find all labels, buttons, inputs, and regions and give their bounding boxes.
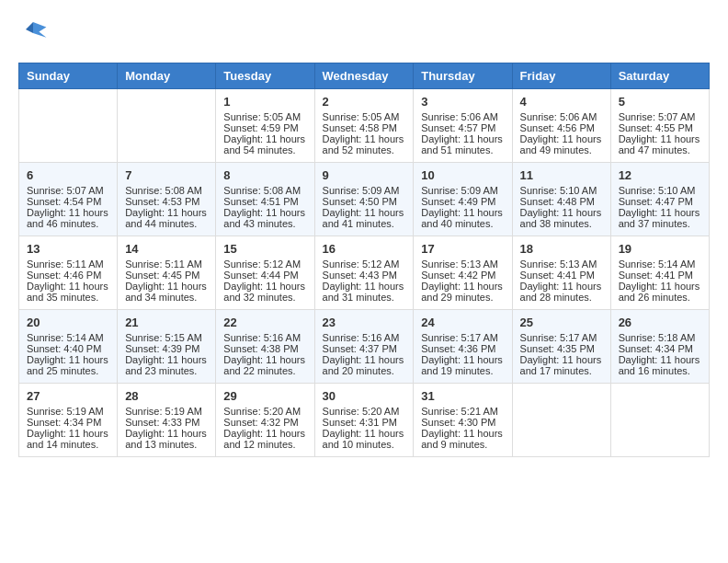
day-number: 25 bbox=[520, 316, 603, 329]
day-number: 26 bbox=[619, 316, 701, 329]
calendar-cell: 19 Sunrise: 5:14 AM Sunset: 4:41 PM Dayl… bbox=[610, 236, 709, 310]
sunrise-text: Sunrise: 5:10 AM bbox=[619, 185, 696, 196]
sunrise-text: Sunrise: 5:20 AM bbox=[223, 406, 301, 417]
col-sunday: Sunday bbox=[19, 63, 118, 89]
sunrise-text: Sunrise: 5:09 AM bbox=[421, 185, 498, 196]
sunrise-text: Sunrise: 5:14 AM bbox=[619, 259, 696, 270]
daylight-text: Daylight: 11 hours and 38 minutes. bbox=[520, 207, 602, 229]
sunset-text: Sunset: 4:34 PM bbox=[619, 343, 693, 354]
sunset-text: Sunset: 4:50 PM bbox=[323, 196, 397, 207]
daylight-text: Daylight: 11 hours and 37 minutes. bbox=[619, 207, 700, 229]
calendar-cell: 7 Sunrise: 5:08 AM Sunset: 4:53 PM Dayli… bbox=[118, 163, 216, 236]
daylight-text: Daylight: 11 hours and 28 minutes. bbox=[520, 281, 602, 303]
sunrise-text: Sunrise: 5:19 AM bbox=[125, 406, 202, 417]
calendar-cell: 12 Sunrise: 5:10 AM Sunset: 4:47 PM Dayl… bbox=[610, 163, 709, 236]
day-number: 4 bbox=[520, 95, 603, 109]
calendar-cell: 4 Sunrise: 5:06 AM Sunset: 4:56 PM Dayli… bbox=[512, 89, 610, 163]
daylight-text: Daylight: 11 hours and 14 minutes. bbox=[27, 428, 108, 450]
calendar-cell: 28 Sunrise: 5:19 AM Sunset: 4:33 PM Dayl… bbox=[118, 384, 216, 457]
calendar-cell: 3 Sunrise: 5:06 AM Sunset: 4:57 PM Dayli… bbox=[414, 89, 512, 163]
day-number: 7 bbox=[125, 168, 208, 182]
sunrise-text: Sunrise: 5:06 AM bbox=[520, 111, 597, 122]
sunrise-text: Sunrise: 5:14 AM bbox=[27, 332, 104, 343]
day-number: 30 bbox=[323, 389, 406, 403]
daylight-text: Daylight: 11 hours and 32 minutes. bbox=[223, 281, 305, 303]
sunrise-text: Sunrise: 5:16 AM bbox=[323, 332, 400, 343]
calendar-cell: 25 Sunrise: 5:17 AM Sunset: 4:35 PM Dayl… bbox=[512, 310, 610, 384]
calendar-cell: 11 Sunrise: 5:10 AM Sunset: 4:48 PM Dayl… bbox=[512, 163, 610, 236]
sunset-text: Sunset: 4:38 PM bbox=[223, 343, 298, 354]
calendar-cell: 23 Sunrise: 5:16 AM Sunset: 4:37 PM Dayl… bbox=[314, 310, 414, 384]
sunrise-text: Sunrise: 5:20 AM bbox=[323, 406, 400, 417]
sunset-text: Sunset: 4:31 PM bbox=[323, 417, 397, 428]
day-number: 31 bbox=[421, 389, 504, 403]
calendar-table: Sunday Monday Tuesday Wednesday Thursday… bbox=[18, 63, 710, 457]
day-number: 18 bbox=[520, 242, 603, 256]
day-number: 1 bbox=[223, 95, 306, 109]
day-number: 29 bbox=[223, 389, 306, 403]
sunrise-text: Sunrise: 5:11 AM bbox=[27, 259, 104, 270]
daylight-text: Daylight: 11 hours and 22 minutes. bbox=[223, 354, 305, 376]
day-number: 3 bbox=[421, 95, 504, 109]
sunset-text: Sunset: 4:40 PM bbox=[27, 343, 101, 354]
sunset-text: Sunset: 4:59 PM bbox=[223, 122, 298, 133]
calendar-cell: 16 Sunrise: 5:12 AM Sunset: 4:43 PM Dayl… bbox=[314, 236, 414, 310]
sunrise-text: Sunrise: 5:17 AM bbox=[520, 332, 597, 343]
sunset-text: Sunset: 4:51 PM bbox=[223, 196, 298, 207]
calendar-cell bbox=[19, 89, 118, 163]
day-number: 17 bbox=[421, 242, 504, 256]
sunrise-text: Sunrise: 5:18 AM bbox=[619, 332, 696, 343]
daylight-text: Daylight: 11 hours and 25 minutes. bbox=[27, 354, 108, 376]
daylight-text: Daylight: 11 hours and 54 minutes. bbox=[223, 133, 305, 155]
day-number: 13 bbox=[27, 242, 109, 256]
calendar-cell bbox=[512, 384, 610, 457]
calendar-week-5: 27 Sunrise: 5:19 AM Sunset: 4:34 PM Dayl… bbox=[19, 384, 710, 457]
daylight-text: Daylight: 11 hours and 13 minutes. bbox=[125, 428, 207, 450]
calendar-cell: 2 Sunrise: 5:05 AM Sunset: 4:58 PM Dayli… bbox=[314, 89, 414, 163]
sunset-text: Sunset: 4:54 PM bbox=[27, 196, 101, 207]
day-number: 12 bbox=[619, 168, 701, 182]
day-number: 16 bbox=[323, 242, 406, 256]
daylight-text: Daylight: 11 hours and 49 minutes. bbox=[520, 133, 602, 155]
col-saturday: Saturday bbox=[610, 63, 709, 89]
calendar-cell: 5 Sunrise: 5:07 AM Sunset: 4:55 PM Dayli… bbox=[610, 89, 709, 163]
sunrise-text: Sunrise: 5:07 AM bbox=[27, 185, 104, 196]
sunset-text: Sunset: 4:55 PM bbox=[619, 122, 693, 133]
sunset-text: Sunset: 4:46 PM bbox=[27, 270, 101, 281]
sunset-text: Sunset: 4:56 PM bbox=[520, 122, 595, 133]
sunrise-text: Sunrise: 5:07 AM bbox=[619, 111, 696, 122]
calendar-header: Sunday Monday Tuesday Wednesday Thursday… bbox=[19, 63, 710, 89]
sunrise-text: Sunrise: 5:06 AM bbox=[421, 111, 498, 122]
calendar-cell: 10 Sunrise: 5:09 AM Sunset: 4:49 PM Dayl… bbox=[414, 163, 512, 236]
day-number: 27 bbox=[27, 389, 109, 403]
day-number: 5 bbox=[619, 95, 701, 109]
daylight-text: Daylight: 11 hours and 43 minutes. bbox=[223, 207, 305, 229]
sunset-text: Sunset: 4:36 PM bbox=[421, 343, 495, 354]
calendar-cell: 20 Sunrise: 5:14 AM Sunset: 4:40 PM Dayl… bbox=[19, 310, 118, 384]
sunrise-text: Sunrise: 5:16 AM bbox=[223, 332, 301, 343]
calendar-cell: 17 Sunrise: 5:13 AM Sunset: 4:42 PM Dayl… bbox=[414, 236, 512, 310]
sunset-text: Sunset: 4:35 PM bbox=[520, 343, 595, 354]
day-number: 14 bbox=[125, 242, 208, 256]
col-thursday: Thursday bbox=[414, 63, 512, 89]
col-tuesday: Tuesday bbox=[216, 63, 314, 89]
calendar-week-3: 13 Sunrise: 5:11 AM Sunset: 4:46 PM Dayl… bbox=[19, 236, 710, 310]
daylight-text: Daylight: 11 hours and 31 minutes. bbox=[323, 281, 404, 303]
day-number: 20 bbox=[27, 316, 109, 329]
sunset-text: Sunset: 4:44 PM bbox=[223, 270, 298, 281]
day-number: 9 bbox=[323, 168, 406, 182]
calendar-cell: 14 Sunrise: 5:11 AM Sunset: 4:45 PM Dayl… bbox=[118, 236, 216, 310]
sunset-text: Sunset: 4:30 PM bbox=[421, 417, 495, 428]
daylight-text: Daylight: 11 hours and 9 minutes. bbox=[421, 428, 503, 450]
daylight-text: Daylight: 11 hours and 41 minutes. bbox=[323, 207, 404, 229]
calendar-cell: 21 Sunrise: 5:15 AM Sunset: 4:39 PM Dayl… bbox=[118, 310, 216, 384]
day-number: 24 bbox=[421, 316, 504, 329]
calendar-cell: 6 Sunrise: 5:07 AM Sunset: 4:54 PM Dayli… bbox=[19, 163, 118, 236]
calendar-cell: 8 Sunrise: 5:08 AM Sunset: 4:51 PM Dayli… bbox=[216, 163, 314, 236]
daylight-text: Daylight: 11 hours and 23 minutes. bbox=[125, 354, 207, 376]
sunset-text: Sunset: 4:34 PM bbox=[27, 417, 101, 428]
calendar-cell: 30 Sunrise: 5:20 AM Sunset: 4:31 PM Dayl… bbox=[314, 384, 414, 457]
sunrise-text: Sunrise: 5:13 AM bbox=[421, 259, 498, 270]
daylight-text: Daylight: 11 hours and 12 minutes. bbox=[223, 428, 305, 450]
logo-icon bbox=[18, 18, 48, 48]
